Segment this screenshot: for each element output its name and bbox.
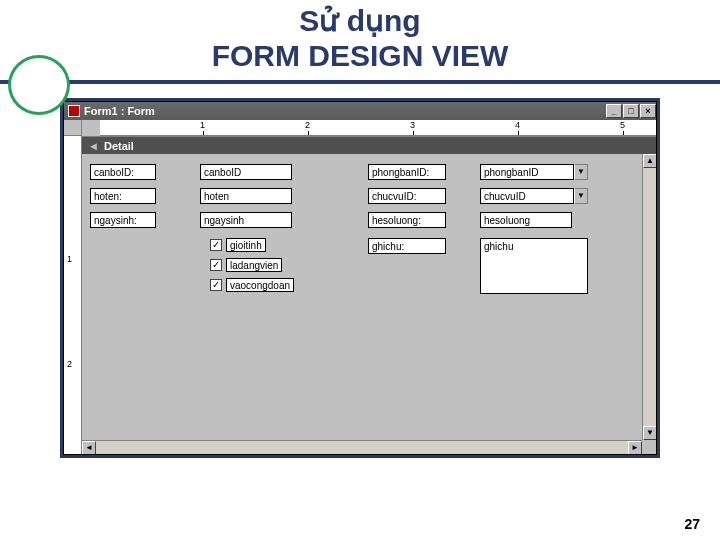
scroll-up-button[interactable]: ▲ xyxy=(643,154,656,168)
horizontal-scrollbar[interactable]: ◄ ► xyxy=(82,440,642,454)
vertical-scrollbar[interactable]: ▲ ▼ xyxy=(642,154,656,440)
textbox-canboID[interactable]: canboID xyxy=(200,164,292,180)
scroll-left-button[interactable]: ◄ xyxy=(82,441,96,454)
checkbox-box-icon[interactable]: ✓ xyxy=(210,239,222,251)
checkbox-vaocongdoan[interactable]: ✓ vaocongdoan xyxy=(210,278,294,292)
textbox-hesoluong[interactable]: hesoluong xyxy=(480,212,572,228)
scroll-down-button[interactable]: ▼ xyxy=(643,426,656,440)
title-underline xyxy=(0,80,720,84)
screenshot-frame: Form1 : Form _ □ × 1 2 3 4 5 1 2 xyxy=(60,98,660,458)
label-phongbanID[interactable]: phongbanID: xyxy=(368,164,446,180)
checkbox-ladangvien[interactable]: ✓ ladangvien xyxy=(210,258,282,272)
label-hesoluong[interactable]: hesoluong: xyxy=(368,212,446,228)
decorative-circle xyxy=(8,55,70,115)
form-icon xyxy=(68,105,80,117)
detail-section-header[interactable]: ◄ Detail xyxy=(82,136,656,154)
section-arrow-icon: ◄ xyxy=(88,140,99,152)
slide-title: Sử dụng FORM DESIGN VIEW xyxy=(0,0,720,75)
chevron-down-icon[interactable]: ▼ xyxy=(574,188,588,204)
close-button[interactable]: × xyxy=(640,104,656,118)
label-chucvuID[interactable]: chucvuID: xyxy=(368,188,446,204)
window-title: Form1 : Form xyxy=(84,105,155,117)
detail-section-body[interactable]: canboID: canboID hoten: hoten ngaysinh: … xyxy=(82,154,656,454)
scroll-right-button[interactable]: ► xyxy=(628,441,642,454)
combobox-phongbanID[interactable]: phongbanID ▼ xyxy=(480,164,588,180)
textbox-ngaysinh[interactable]: ngaysinh xyxy=(200,212,292,228)
label-ngaysinh[interactable]: ngaysinh: xyxy=(90,212,156,228)
textbox-hoten[interactable]: hoten xyxy=(200,188,292,204)
label-canboID[interactable]: canboID: xyxy=(90,164,156,180)
checkbox-box-icon[interactable]: ✓ xyxy=(210,279,222,291)
window-titlebar[interactable]: Form1 : Form _ □ × xyxy=(64,102,656,120)
checkbox-gioitinh[interactable]: ✓ gioitinh xyxy=(210,238,266,252)
maximize-button[interactable]: □ xyxy=(623,104,639,118)
checkbox-box-icon[interactable]: ✓ xyxy=(210,259,222,271)
ruler-corner[interactable] xyxy=(64,120,82,136)
vertical-ruler[interactable]: 1 2 xyxy=(64,136,82,454)
page-number: 27 xyxy=(684,516,700,532)
memo-ghichu[interactable]: ghichu xyxy=(480,238,588,294)
horizontal-ruler[interactable]: 1 2 3 4 5 xyxy=(100,120,656,136)
combobox-chucvuID[interactable]: chucvuID ▼ xyxy=(480,188,588,204)
minimize-button[interactable]: _ xyxy=(606,104,622,118)
design-surface[interactable]: ◄ Detail canboID: canboID hoten: hoten n… xyxy=(82,136,656,454)
access-form-window: Form1 : Form _ □ × 1 2 3 4 5 1 2 xyxy=(63,101,657,455)
chevron-down-icon[interactable]: ▼ xyxy=(574,164,588,180)
label-hoten[interactable]: hoten: xyxy=(90,188,156,204)
label-ghichu[interactable]: ghichu: xyxy=(368,238,446,254)
